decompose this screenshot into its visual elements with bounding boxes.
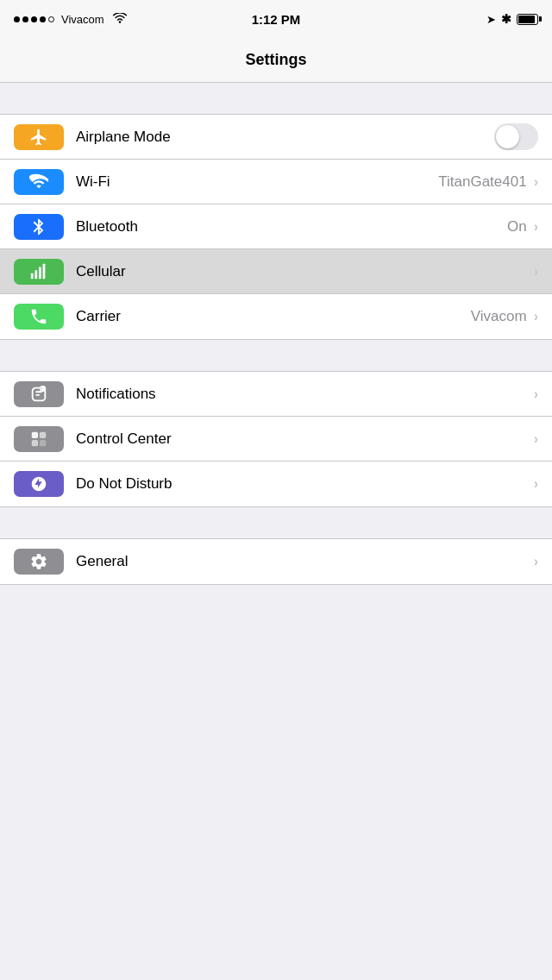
svg-rect-12 bbox=[32, 439, 38, 445]
control-center-icon bbox=[14, 426, 64, 452]
carrier-chevron: › bbox=[534, 309, 538, 324]
notifications-chevron: › bbox=[534, 386, 538, 402]
carrier-label: Carrier bbox=[76, 308, 471, 325]
svg-rect-1 bbox=[31, 273, 34, 278]
signal-dot-5 bbox=[48, 16, 54, 22]
cellular-icon bbox=[14, 259, 64, 285]
cellular-label: Cellular bbox=[76, 263, 534, 280]
status-left: Vivacom bbox=[14, 12, 127, 26]
svg-point-0 bbox=[118, 21, 120, 22]
bluetooth-value: On bbox=[507, 218, 527, 236]
section-spacer-3 bbox=[0, 507, 552, 538]
settings-row-control-center[interactable]: Control Center › bbox=[0, 417, 552, 462]
general-chevron: › bbox=[534, 554, 538, 569]
battery-icon bbox=[517, 14, 538, 25]
signal-dot-1 bbox=[14, 16, 20, 22]
signal-dot-3 bbox=[31, 16, 37, 22]
carrier-icon bbox=[14, 304, 64, 330]
svg-rect-11 bbox=[40, 431, 46, 437]
airplane-mode-toggle-knob bbox=[496, 125, 519, 148]
settings-row-cellular[interactable]: Cellular › bbox=[0, 249, 552, 294]
bluetooth-chevron: › bbox=[534, 219, 538, 235]
airplane-mode-label: Airplane Mode bbox=[76, 129, 494, 146]
general-icon bbox=[14, 549, 64, 575]
location-icon: ➤ bbox=[486, 13, 496, 26]
cellular-chevron: › bbox=[534, 264, 538, 280]
bluetooth-icon bbox=[14, 214, 64, 240]
control-center-label: Control Center bbox=[76, 430, 534, 448]
settings-row-airplane-mode[interactable]: Airplane Mode bbox=[0, 115, 552, 160]
settings-group-general: General › bbox=[0, 538, 552, 585]
settings-row-notifications[interactable]: ! Notifications › bbox=[0, 372, 552, 417]
do-not-disturb-icon bbox=[14, 471, 64, 497]
bluetooth-status-icon: ✱ bbox=[501, 12, 511, 26]
bluetooth-label: Bluetooth bbox=[76, 218, 507, 236]
wifi-value: TitanGate401 bbox=[438, 173, 526, 191]
settings-row-wifi[interactable]: Wi-Fi TitanGate401 › bbox=[0, 160, 552, 204]
status-time: 1:12 PM bbox=[252, 12, 301, 27]
settings-row-bluetooth[interactable]: Bluetooth On › bbox=[0, 204, 552, 249]
signal-dots bbox=[14, 16, 54, 22]
nav-bar: Settings bbox=[0, 38, 552, 83]
notifications-label: Notifications bbox=[76, 386, 534, 403]
page-title: Settings bbox=[245, 51, 306, 69]
carrier-value: Vivacom bbox=[471, 308, 527, 325]
section-spacer-1 bbox=[0, 83, 552, 114]
section-spacer-2 bbox=[0, 340, 552, 371]
general-label: General bbox=[76, 553, 534, 570]
do-not-disturb-label: Do Not Disturb bbox=[76, 475, 534, 493]
signal-dot-2 bbox=[22, 16, 28, 22]
settings-row-general[interactable]: General › bbox=[0, 539, 552, 584]
settings-group-connectivity: Airplane Mode Wi-Fi TitanGate401 › Bluet… bbox=[0, 114, 552, 340]
status-bar: Vivacom 1:12 PM ➤ ✱ bbox=[0, 0, 552, 38]
status-right: ➤ ✱ bbox=[486, 12, 538, 26]
notifications-icon: ! bbox=[14, 381, 64, 407]
wifi-label: Wi-Fi bbox=[76, 173, 438, 191]
do-not-disturb-chevron: › bbox=[534, 476, 538, 492]
svg-rect-2 bbox=[34, 270, 37, 279]
airplane-mode-icon bbox=[14, 124, 64, 150]
settings-row-do-not-disturb[interactable]: Do Not Disturb › bbox=[0, 462, 552, 506]
svg-rect-13 bbox=[40, 439, 46, 445]
svg-rect-7 bbox=[35, 394, 40, 396]
svg-rect-4 bbox=[43, 263, 46, 278]
signal-dot-4 bbox=[40, 16, 46, 22]
carrier-name: Vivacom bbox=[61, 13, 104, 26]
svg-rect-3 bbox=[39, 267, 41, 279]
settings-row-carrier[interactable]: Carrier Vivacom › bbox=[0, 294, 552, 339]
settings-group-system: ! Notifications › Control Center › Do No… bbox=[0, 371, 552, 507]
wifi-icon bbox=[14, 169, 64, 195]
svg-rect-10 bbox=[32, 431, 38, 437]
wifi-status-icon bbox=[113, 12, 127, 26]
battery-fill bbox=[518, 16, 535, 23]
control-center-chevron: › bbox=[534, 431, 538, 447]
wifi-chevron: › bbox=[534, 174, 538, 190]
airplane-mode-toggle[interactable] bbox=[494, 123, 538, 150]
